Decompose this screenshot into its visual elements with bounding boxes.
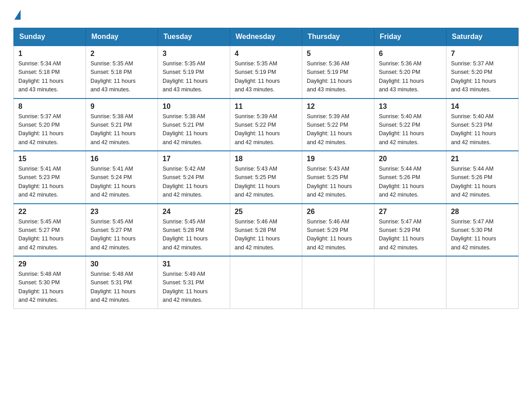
day-info: Sunrise: 5:43 AMSunset: 5:25 PMDaylight:… (235, 165, 297, 200)
column-header-tuesday: Tuesday (158, 28, 230, 46)
calendar-cell: 25Sunrise: 5:46 AMSunset: 5:28 PMDayligh… (230, 204, 302, 257)
week-row-5: 29Sunrise: 5:48 AMSunset: 5:30 PMDayligh… (14, 256, 519, 308)
day-info: Sunrise: 5:45 AMSunset: 5:27 PMDaylight:… (90, 218, 153, 253)
day-number: 26 (307, 208, 369, 216)
calendar-cell: 31Sunrise: 5:49 AMSunset: 5:31 PMDayligh… (158, 256, 230, 308)
day-number: 14 (451, 103, 514, 111)
day-info: Sunrise: 5:40 AMSunset: 5:23 PMDaylight:… (451, 112, 514, 147)
calendar-cell: 23Sunrise: 5:45 AMSunset: 5:27 PMDayligh… (86, 204, 158, 257)
day-info: Sunrise: 5:48 AMSunset: 5:31 PMDaylight:… (90, 270, 153, 305)
column-header-thursday: Thursday (302, 28, 374, 46)
day-info: Sunrise: 5:38 AMSunset: 5:21 PMDaylight:… (163, 112, 225, 147)
day-number: 11 (235, 103, 297, 111)
day-number: 17 (163, 155, 225, 163)
day-info: Sunrise: 5:38 AMSunset: 5:21 PMDaylight:… (90, 112, 153, 147)
calendar-table: SundayMondayTuesdayWednesdayThursdayFrid… (13, 28, 519, 309)
calendar-cell: 14Sunrise: 5:40 AMSunset: 5:23 PMDayligh… (446, 98, 519, 151)
day-number: 12 (307, 103, 369, 111)
week-row-4: 22Sunrise: 5:45 AMSunset: 5:27 PMDayligh… (14, 204, 519, 257)
calendar-cell: 29Sunrise: 5:48 AMSunset: 5:30 PMDayligh… (14, 256, 86, 308)
day-number: 1 (18, 50, 81, 58)
day-info: Sunrise: 5:47 AMSunset: 5:30 PMDaylight:… (451, 218, 514, 253)
calendar-cell: 24Sunrise: 5:45 AMSunset: 5:28 PMDayligh… (158, 204, 230, 257)
day-number: 18 (235, 155, 297, 163)
day-number: 20 (379, 155, 442, 163)
day-number: 22 (18, 208, 81, 216)
day-number: 9 (90, 103, 153, 111)
day-info: Sunrise: 5:49 AMSunset: 5:31 PMDaylight:… (163, 270, 225, 305)
day-number: 24 (163, 208, 225, 216)
day-info: Sunrise: 5:46 AMSunset: 5:28 PMDaylight:… (235, 218, 297, 253)
calendar-cell: 18Sunrise: 5:43 AMSunset: 5:25 PMDayligh… (230, 151, 302, 204)
day-info: Sunrise: 5:42 AMSunset: 5:24 PMDaylight:… (163, 165, 225, 200)
calendar-header: SundayMondayTuesdayWednesdayThursdayFrid… (14, 28, 519, 46)
day-number: 16 (90, 155, 153, 163)
day-number: 27 (379, 208, 442, 216)
calendar-cell: 1Sunrise: 5:34 AMSunset: 5:18 PMDaylight… (14, 46, 86, 98)
day-number: 6 (379, 50, 442, 58)
day-number: 31 (163, 260, 225, 268)
header-row: SundayMondayTuesdayWednesdayThursdayFrid… (14, 28, 519, 46)
calendar-cell: 28Sunrise: 5:47 AMSunset: 5:30 PMDayligh… (446, 204, 519, 257)
calendar-cell (374, 256, 446, 308)
column-header-wednesday: Wednesday (230, 28, 302, 46)
day-number: 15 (18, 155, 81, 163)
day-info: Sunrise: 5:41 AMSunset: 5:24 PMDaylight:… (90, 165, 153, 200)
calendar-cell: 22Sunrise: 5:45 AMSunset: 5:27 PMDayligh… (14, 204, 86, 257)
day-info: Sunrise: 5:36 AMSunset: 5:20 PMDaylight:… (379, 60, 442, 94)
day-info: Sunrise: 5:45 AMSunset: 5:28 PMDaylight:… (163, 218, 225, 253)
week-row-3: 15Sunrise: 5:41 AMSunset: 5:23 PMDayligh… (14, 151, 519, 204)
calendar-cell: 9Sunrise: 5:38 AMSunset: 5:21 PMDaylight… (86, 98, 158, 151)
calendar-cell: 15Sunrise: 5:41 AMSunset: 5:23 PMDayligh… (14, 151, 86, 204)
day-number: 10 (163, 103, 225, 111)
week-row-2: 8Sunrise: 5:37 AMSunset: 5:20 PMDaylight… (14, 98, 519, 151)
calendar-cell: 6Sunrise: 5:36 AMSunset: 5:20 PMDaylight… (374, 46, 446, 98)
day-info: Sunrise: 5:45 AMSunset: 5:27 PMDaylight:… (18, 218, 81, 253)
day-number: 25 (235, 208, 297, 216)
day-info: Sunrise: 5:46 AMSunset: 5:29 PMDaylight:… (307, 218, 369, 253)
day-info: Sunrise: 5:39 AMSunset: 5:22 PMDaylight:… (307, 112, 369, 147)
day-number: 28 (451, 208, 514, 216)
calendar-cell: 8Sunrise: 5:37 AMSunset: 5:20 PMDaylight… (14, 98, 86, 151)
day-number: 21 (451, 155, 514, 163)
day-number: 3 (163, 50, 225, 58)
day-info: Sunrise: 5:44 AMSunset: 5:26 PMDaylight:… (379, 165, 442, 200)
day-number: 7 (451, 50, 514, 58)
column-header-friday: Friday (374, 28, 446, 46)
calendar-cell: 21Sunrise: 5:44 AMSunset: 5:26 PMDayligh… (446, 151, 519, 204)
calendar-cell: 27Sunrise: 5:47 AMSunset: 5:29 PMDayligh… (374, 204, 446, 257)
day-info: Sunrise: 5:35 AMSunset: 5:19 PMDaylight:… (163, 60, 225, 94)
day-info: Sunrise: 5:44 AMSunset: 5:26 PMDaylight:… (451, 165, 514, 200)
day-info: Sunrise: 5:41 AMSunset: 5:23 PMDaylight:… (18, 165, 81, 200)
day-info: Sunrise: 5:40 AMSunset: 5:22 PMDaylight:… (379, 112, 442, 147)
calendar-cell: 20Sunrise: 5:44 AMSunset: 5:26 PMDayligh… (374, 151, 446, 204)
page-header (13, 9, 519, 19)
calendar-cell: 5Sunrise: 5:36 AMSunset: 5:19 PMDaylight… (302, 46, 374, 98)
calendar-cell (446, 256, 519, 308)
day-info: Sunrise: 5:37 AMSunset: 5:20 PMDaylight:… (451, 60, 514, 94)
day-info: Sunrise: 5:48 AMSunset: 5:30 PMDaylight:… (18, 270, 81, 305)
day-info: Sunrise: 5:43 AMSunset: 5:25 PMDaylight:… (307, 165, 369, 200)
logo-triangle-icon (14, 10, 21, 20)
day-number: 4 (235, 50, 297, 58)
calendar-body: 1Sunrise: 5:34 AMSunset: 5:18 PMDaylight… (14, 46, 519, 308)
day-number: 29 (18, 260, 81, 268)
calendar-cell: 4Sunrise: 5:35 AMSunset: 5:19 PMDaylight… (230, 46, 302, 98)
calendar-cell: 30Sunrise: 5:48 AMSunset: 5:31 PMDayligh… (86, 256, 158, 308)
calendar-cell: 11Sunrise: 5:39 AMSunset: 5:22 PMDayligh… (230, 98, 302, 151)
column-header-monday: Monday (86, 28, 158, 46)
calendar-cell: 26Sunrise: 5:46 AMSunset: 5:29 PMDayligh… (302, 204, 374, 257)
calendar-cell (302, 256, 374, 308)
calendar-cell: 2Sunrise: 5:35 AMSunset: 5:18 PMDaylight… (86, 46, 158, 98)
column-header-sunday: Sunday (14, 28, 86, 46)
logo-area (13, 9, 21, 19)
day-info: Sunrise: 5:47 AMSunset: 5:29 PMDaylight:… (379, 218, 442, 253)
calendar-cell: 10Sunrise: 5:38 AMSunset: 5:21 PMDayligh… (158, 98, 230, 151)
day-info: Sunrise: 5:35 AMSunset: 5:18 PMDaylight:… (90, 60, 153, 94)
day-info: Sunrise: 5:35 AMSunset: 5:19 PMDaylight:… (235, 60, 297, 94)
calendar-cell: 17Sunrise: 5:42 AMSunset: 5:24 PMDayligh… (158, 151, 230, 204)
week-row-1: 1Sunrise: 5:34 AMSunset: 5:18 PMDaylight… (14, 46, 519, 98)
day-number: 8 (18, 103, 81, 111)
calendar-cell: 16Sunrise: 5:41 AMSunset: 5:24 PMDayligh… (86, 151, 158, 204)
day-info: Sunrise: 5:36 AMSunset: 5:19 PMDaylight:… (307, 60, 369, 94)
